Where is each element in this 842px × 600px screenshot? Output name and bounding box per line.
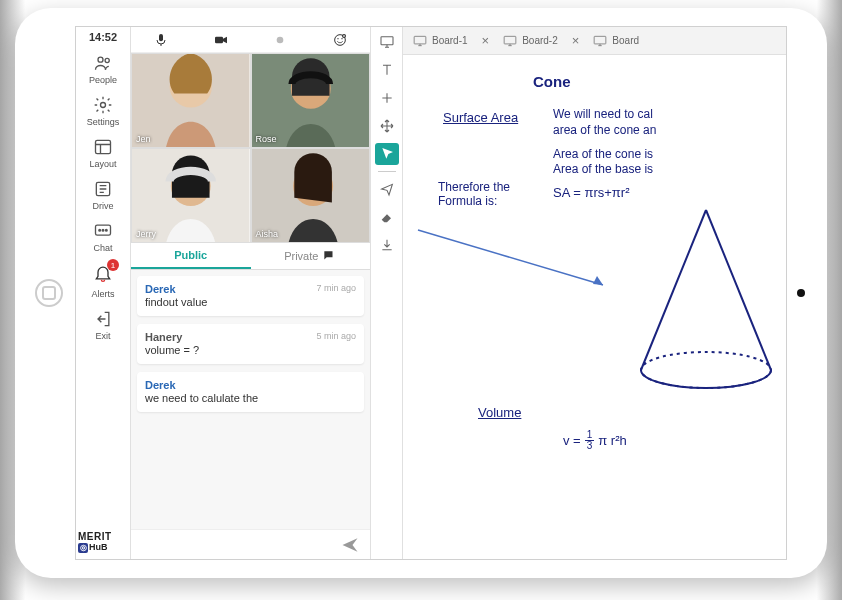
svg-rect-10 (215, 36, 223, 43)
nav-settings[interactable]: Settings (76, 89, 130, 131)
microphone-icon[interactable] (153, 32, 169, 48)
svg-rect-27 (595, 36, 607, 44)
arrow-annotation (413, 225, 613, 295)
bell-icon (93, 263, 113, 283)
settings-icon (93, 95, 113, 115)
exit-icon (93, 309, 113, 329)
video-tile[interactable]: Jen (131, 53, 251, 148)
message-author: Derek (145, 379, 356, 391)
svg-point-0 (98, 57, 103, 62)
nav-layout[interactable]: Layout (76, 131, 130, 173)
svg-rect-3 (96, 140, 111, 153)
drive-icon (93, 179, 113, 199)
chat-icon (93, 221, 113, 241)
message-body: we need to calulate the (145, 392, 356, 404)
svg-point-2 (101, 103, 106, 108)
brand-logo: MERIT ◎HuB (76, 527, 130, 559)
board-icon (593, 35, 607, 47)
board-tab-close[interactable]: × (566, 33, 586, 48)
nav-alerts-label: Alerts (91, 289, 114, 299)
chat-tabs: Public Private (131, 243, 370, 270)
board-tab-close[interactable]: × (476, 33, 496, 48)
chat-message: Derek findout value 7 min ago (137, 276, 364, 316)
board-title: Cone (533, 73, 571, 90)
emoji-add-icon[interactable] (332, 32, 348, 48)
send-icon[interactable] (340, 535, 360, 555)
nav-drive[interactable]: Drive (76, 173, 130, 215)
formula-surface-area: SA = πrs+πr² (553, 185, 629, 200)
nav-chat[interactable]: Chat (76, 215, 130, 257)
tool-eraser[interactable] (375, 206, 399, 228)
whiteboard-toolbar (371, 27, 403, 559)
surface-area-text: We will need to cal area of the cone an (553, 107, 656, 138)
media-topbar (131, 27, 370, 53)
video-tile[interactable]: Rose (251, 53, 371, 148)
volume-label: Volume (478, 405, 521, 420)
therefore-text: Therefore the Formula is: (438, 180, 510, 209)
svg-point-11 (277, 36, 284, 43)
tab-public[interactable]: Public (131, 243, 251, 269)
tool-text[interactable] (375, 59, 399, 81)
formula-volume: v = 13 π r²h (563, 430, 627, 451)
cone-drawing (616, 205, 786, 405)
board-tab[interactable]: Board-1 (409, 35, 472, 47)
board-tabs: Board-1 × Board-2 × Board (403, 27, 786, 55)
board-tab[interactable]: Board-2 (499, 35, 562, 47)
tool-screen[interactable] (375, 31, 399, 53)
svg-line-28 (418, 230, 603, 285)
screen-icon (379, 34, 395, 50)
video-chat-panel: Jen Rose Jerry Aisha Public Priv (131, 27, 371, 559)
svg-rect-26 (504, 36, 516, 44)
tablet-home-button[interactable] (35, 279, 63, 307)
record-dot-icon[interactable] (272, 32, 288, 48)
video-grid: Jen Rose Jerry Aisha (131, 53, 370, 243)
tool-download[interactable] (375, 234, 399, 256)
board-icon (413, 35, 427, 47)
tool-pointer[interactable] (375, 143, 399, 165)
surface-area-label: Surface Area (443, 110, 518, 125)
board-tab[interactable]: Board (589, 35, 643, 47)
video-tile[interactable]: Aisha (251, 148, 371, 243)
tool-plus[interactable] (375, 87, 399, 109)
participant-name: Jerry (136, 229, 156, 239)
nav-alerts[interactable]: Alerts (76, 257, 130, 303)
message-body: findout value (145, 296, 356, 308)
nav-people-label: People (89, 75, 117, 85)
board-tab-label: Board-2 (522, 35, 558, 46)
participant-name: Jen (136, 134, 151, 144)
nav-layout-label: Layout (89, 159, 116, 169)
svg-point-6 (99, 229, 101, 231)
text-icon (379, 62, 395, 78)
pointer-icon (379, 146, 395, 162)
brand-line1: MERIT (78, 531, 128, 542)
chat-message: Hanery volume = ? 5 min ago (137, 324, 364, 364)
message-timestamp: 7 min ago (316, 283, 356, 293)
svg-point-8 (106, 229, 108, 231)
tab-private[interactable]: Private (251, 243, 371, 269)
chat-message-list[interactable]: Derek findout value 7 min ago Hanery vol… (131, 270, 370, 529)
people-icon (93, 53, 113, 73)
video-camera-icon[interactable] (213, 32, 229, 48)
video-tile[interactable]: Jerry (131, 148, 251, 243)
nav-exit[interactable]: Exit (76, 303, 130, 345)
participant-name: Aisha (256, 229, 279, 239)
whiteboard-canvas[interactable]: Cone Surface Area We will need to cal ar… (403, 55, 786, 559)
svg-rect-9 (159, 34, 163, 41)
surface-area-text2: Area of the cone is Area of the base is (553, 147, 653, 177)
chat-send-row (131, 529, 370, 559)
left-nav: 14:52 People Settings Layout Drive Chat (76, 27, 131, 559)
tool-move[interactable] (375, 115, 399, 137)
svg-point-7 (102, 229, 104, 231)
svg-point-14 (341, 38, 342, 39)
tool-share[interactable] (375, 178, 399, 200)
nav-people[interactable]: People (76, 47, 130, 89)
whiteboard-area: Board-1 × Board-2 × Board Cone Surface A… (403, 27, 786, 559)
svg-point-13 (337, 38, 338, 39)
svg-rect-25 (414, 36, 426, 44)
plus-icon (379, 90, 395, 106)
download-icon (379, 237, 395, 253)
message-body: volume = ? (145, 344, 356, 356)
layout-icon (93, 137, 113, 157)
participant-name: Rose (256, 134, 277, 144)
board-tab-label: Board-1 (432, 35, 468, 46)
